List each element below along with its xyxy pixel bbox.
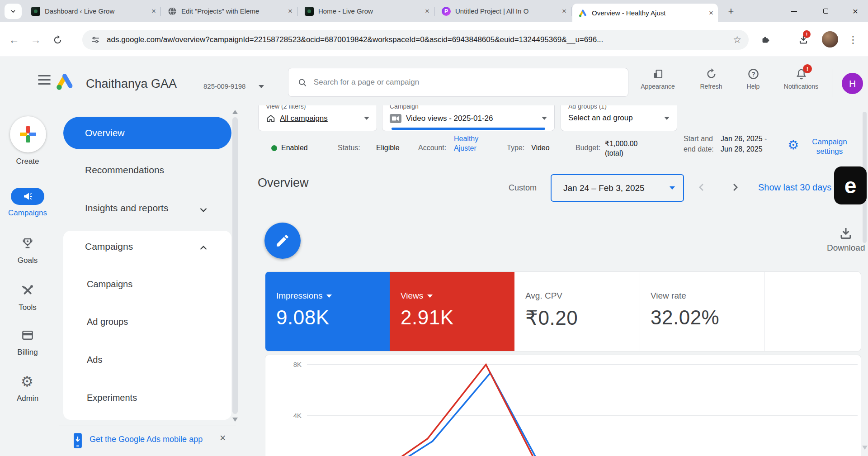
tab-close-icon[interactable]: × <box>425 7 429 15</box>
window-maximize-button[interactable] <box>813 0 838 22</box>
nav-item-insights[interactable]: Insights and reports <box>85 203 168 214</box>
metric-selector-caret-icon[interactable] <box>427 294 433 298</box>
create-button[interactable] <box>10 116 46 152</box>
view-filter-label: View (2 filters) <box>266 105 369 111</box>
refresh-icon <box>705 68 717 80</box>
bookmark-star-icon[interactable]: ☆ <box>733 34 741 45</box>
nav-group-campaigns[interactable]: Campaigns <box>85 241 133 252</box>
browser-tab[interactable]: Dashboard ‹ Live Grow — × <box>25 0 160 22</box>
view-filter-card[interactable]: View (2 filters) All campaigns <box>258 105 377 131</box>
nav-item-recommendations[interactable]: Recommendations <box>85 165 164 176</box>
appearance-button[interactable]: Appearance <box>636 68 679 90</box>
browser-tab[interactable]: Edit "Projects" with Eleme × <box>161 0 297 22</box>
search-icon <box>297 77 307 88</box>
rail-admin-label: Admin <box>0 394 55 403</box>
browser-tab[interactable]: P Untitled Project | All In O × <box>435 0 571 22</box>
p-app-favicon: P <box>442 7 451 16</box>
main-menu-button[interactable] <box>19 75 32 86</box>
next-period-button[interactable] <box>729 181 741 194</box>
account-link[interactable]: Healthy Ajuster <box>454 134 492 153</box>
tab-separator <box>434 7 434 16</box>
reload-button[interactable] <box>51 33 64 47</box>
address-bar[interactable]: ads.google.com/aw/overview?campaignId=22… <box>82 30 749 50</box>
metric-selector-caret-icon[interactable] <box>326 294 332 298</box>
nav-subitem-campaigns[interactable]: Campaigns <box>87 279 132 290</box>
budget-label: Budget: <box>576 144 600 152</box>
campaign-state[interactable]: Enabled <box>281 144 308 152</box>
chevron-up-icon[interactable] <box>198 242 209 254</box>
chevron-down-icon[interactable] <box>198 204 209 216</box>
tab-close-icon[interactable]: × <box>562 7 566 15</box>
scrollbar-down-arrow[interactable] <box>232 418 238 422</box>
back-button[interactable]: ← <box>7 33 21 47</box>
campaign-filter-caret-icon <box>542 117 547 120</box>
scorecard-block: Impressions 9.08K Views 2.91K Avg. CPV ₹… <box>265 271 861 352</box>
tab-close-icon[interactable]: × <box>709 9 713 17</box>
edit-fab-button[interactable] <box>264 223 301 259</box>
campaign-settings-link[interactable]: Campaign settings <box>803 137 856 156</box>
ad-group-filter-card[interactable]: Ad groups (1) Select an ad group <box>561 105 677 131</box>
page-scrollbar-down-arrow[interactable] <box>862 446 868 450</box>
rail-item-campaigns[interactable] <box>11 188 44 205</box>
site-info-icon[interactable] <box>90 35 100 45</box>
notifications-button[interactable]: ! Notifications <box>779 68 823 90</box>
downloads-button[interactable]: ! <box>797 33 810 47</box>
forward-button[interactable]: → <box>29 33 42 47</box>
tab-close-icon[interactable]: × <box>288 7 292 15</box>
refresh-button[interactable]: Refresh <box>689 68 733 90</box>
scorecard-views[interactable]: Views 2.91K <box>390 272 514 351</box>
browser-menu-button[interactable]: ⋮ <box>846 33 860 47</box>
window-minimize-button[interactable] <box>781 0 807 22</box>
user-avatar[interactable]: H <box>842 73 863 94</box>
rail-item-billing[interactable] <box>21 328 34 344</box>
svg-text:4K: 4K <box>293 412 302 419</box>
extensions-button[interactable] <box>759 33 772 47</box>
tab-close-icon[interactable]: × <box>151 7 156 15</box>
tab-search-button[interactable] <box>5 4 22 19</box>
rail-billing-label: Billing <box>0 348 55 357</box>
view-filter-caret-icon <box>364 117 369 120</box>
nav-subitem-experiments[interactable]: Experiments <box>87 393 137 403</box>
settings-gear-icon[interactable]: ⚙ <box>788 139 799 152</box>
notifications-label: Notifications <box>784 83 818 90</box>
account-name[interactable]: Chaithanya GAA <box>86 77 177 91</box>
account-switcher-caret-icon[interactable] <box>259 85 264 88</box>
date-range-picker[interactable]: Jan 24 – Feb 3, 2025 <box>551 174 684 202</box>
nav-subitem-ads[interactable]: Ads <box>87 355 102 365</box>
nav-item-overview[interactable]: Overview <box>63 117 231 149</box>
help-label: Help <box>747 83 760 90</box>
tools-icon <box>21 284 34 297</box>
rail-item-admin[interactable]: ⚙ <box>21 375 33 389</box>
window-close-button[interactable]: × <box>843 0 868 22</box>
tab-title: Home - Live Grow <box>318 7 421 15</box>
appearance-label: Appearance <box>641 83 675 90</box>
scorecard-impressions[interactable]: Impressions 9.08K <box>265 272 390 351</box>
new-tab-button[interactable]: + <box>724 5 738 18</box>
browser-profile-avatar[interactable] <box>822 31 838 48</box>
rail-item-goals[interactable] <box>21 237 34 252</box>
help-icon: ? <box>747 68 760 80</box>
scorecard-value: ₹0.20 <box>525 306 640 329</box>
show-last-30-days-link[interactable]: Show last 30 days <box>758 182 835 193</box>
floating-extension-widget[interactable]: e <box>834 166 867 204</box>
panel-scrollbar[interactable] <box>232 117 238 414</box>
dates-value: Jan 26, 2025 - Jun 28, 2025 <box>721 133 771 154</box>
nav-subitem-ad-groups[interactable]: Ad groups <box>87 317 128 327</box>
previous-period-button[interactable] <box>695 181 708 194</box>
dismiss-banner-icon[interactable]: × <box>220 432 226 444</box>
page-scrollbar[interactable] <box>861 105 868 456</box>
left-rail: Create Campaigns Goals Tools Billing ⚙ A… <box>0 105 55 456</box>
browser-tab[interactable]: Home - Live Grow × <box>298 0 434 22</box>
global-search[interactable] <box>288 68 628 97</box>
campaign-filter-card[interactable]: Campaign Video views - 2025-01-26 <box>382 105 555 131</box>
mobile-app-link[interactable]: Get the Google Ads mobile app <box>90 435 203 444</box>
scrollbar-up-arrow[interactable] <box>232 110 238 114</box>
search-input[interactable] <box>314 78 619 87</box>
livegrow-favicon <box>305 7 314 16</box>
rail-item-tools[interactable] <box>21 284 34 299</box>
browser-tab-active[interactable]: Overview - Healthy Ajust × <box>572 4 718 22</box>
tab-title: Dashboard ‹ Live Grow — <box>45 7 148 15</box>
scorecard-label: Views <box>401 291 423 301</box>
help-button[interactable]: ? Help <box>731 68 775 90</box>
download-report-button[interactable] <box>838 226 854 243</box>
